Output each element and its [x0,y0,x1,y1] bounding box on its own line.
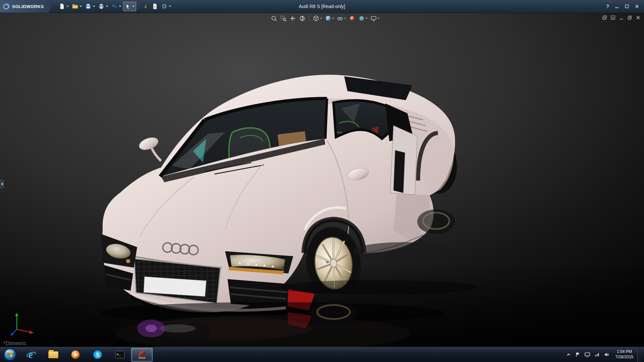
show-hidden-icons-button[interactable] [566,352,571,357]
close-icon [635,4,639,9]
open-button[interactable] [71,2,83,11]
coordinate-triad [9,310,36,338]
close-button[interactable] [635,4,639,9]
view-orientation-label: *Dimetric [3,340,26,347]
dropdown-arrow-icon[interactable] [332,18,334,19]
x-axis [17,329,31,332]
graphics-viewport[interactable]: *Dimetric [0,13,644,347]
zoom-to-area-icon [280,15,287,22]
network-icon[interactable] [594,352,600,357]
volume-icon[interactable] [604,352,609,357]
help-button[interactable]: ? [606,4,609,9]
rebuild-icon [142,3,149,10]
previous-view-button[interactable] [289,15,297,22]
window-controls: ? [606,4,644,9]
maximize-icon [625,4,629,9]
file-explorer-icon [48,351,58,358]
taskbar-command-prompt[interactable]: >_ [109,348,130,362]
clock-date: 7/28/2015 [615,355,633,360]
taskbar-solidworks-active[interactable]: 2015 [131,348,153,362]
minimize-button[interactable] [614,4,619,9]
file-properties-button[interactable] [151,2,159,11]
section-view-icon [299,15,306,22]
print-button[interactable] [97,2,109,11]
taskbar: e S >_ 2015 [0,347,644,362]
maximize-button[interactable] [625,4,629,9]
start-button[interactable] [0,347,20,362]
dropdown-arrow-icon[interactable] [132,6,135,7]
new-document-icon [59,3,65,10]
dropdown-arrow-icon[interactable] [378,18,380,19]
solidworks-logo-icon [3,2,10,10]
dropdown-arrow-icon[interactable] [169,6,171,7]
dropdown-arrow-icon[interactable] [320,18,322,19]
side-intake-slot [393,150,405,193]
options-button[interactable] [160,2,172,11]
internet-explorer-icon: e [26,350,36,360]
zoom-to-fit-icon [271,15,277,22]
select-cursor-icon [124,3,131,10]
taskbar-skype[interactable]: S [87,348,108,362]
taskbar-clock[interactable]: 1:54 PM 7/28/2015 [615,349,633,360]
hide-show-glasses-icon [337,15,343,22]
solidworks-version-badge: 2015 [139,357,145,360]
headsup-view-toolbar [270,15,380,22]
doc-close-icon[interactable] [636,15,641,20]
edit-appearance-button[interactable] [348,15,356,22]
taskbar-file-explorer[interactable] [43,348,64,362]
doc-minimize-icon[interactable] [619,15,624,20]
z-axis [12,329,17,334]
zoom-to-area-button[interactable] [279,15,287,22]
action-center-flag-icon[interactable] [575,352,580,357]
system-tray: 1:54 PM 7/28/2015 [566,347,644,362]
dropdown-arrow-icon[interactable] [79,6,82,7]
display-style-button[interactable] [324,15,335,22]
windows-start-orb-icon [4,348,16,361]
undo-button[interactable] [110,2,122,11]
chevron-left-icon [1,182,3,186]
undo-icon [111,3,118,10]
options-gear-icon [161,3,168,10]
hide-show-items-button[interactable] [336,15,347,22]
taskbar-media-player[interactable] [65,348,86,362]
dropdown-arrow-icon[interactable] [344,18,346,19]
dropdown-arrow-icon[interactable] [119,6,121,7]
toolbar-separator [139,3,139,10]
3d-viewport-scene[interactable] [0,13,644,347]
file-properties-icon [152,3,158,10]
doc-restore-icon[interactable] [627,15,632,20]
previous-view-icon [289,15,296,22]
dropdown-arrow-icon[interactable] [366,18,368,19]
tile-windows-icon[interactable] [610,15,615,20]
apply-scene-button[interactable] [358,15,368,22]
main-toolbar [58,0,172,13]
zoom-to-fit-button[interactable] [270,15,278,22]
save-icon [85,3,92,10]
view-settings-button[interactable] [370,15,380,22]
titlebar: SOLIDWORKS [0,0,644,13]
solidworks-brand: SOLIDWORKS [0,0,53,13]
feature-manager-collapse-handle[interactable] [0,179,4,189]
section-view-button[interactable] [298,15,306,22]
print-icon [98,3,105,10]
dropdown-arrow-icon[interactable] [66,6,69,7]
brand-text: SOLIDWORKS [12,4,44,9]
dropdown-arrow-icon[interactable] [106,6,108,7]
dropdown-arrow-icon[interactable] [93,6,95,7]
svg-text:S: S [96,352,100,358]
cascade-windows-icon[interactable] [602,15,607,20]
show-desktop-button[interactable] [637,347,641,362]
save-button[interactable] [84,2,96,11]
select-tool-button[interactable] [123,2,136,11]
display-settings-icon[interactable] [584,352,590,357]
toolbar-separator [309,15,309,21]
view-settings-icon [370,15,377,22]
document-window-controls [602,15,641,20]
view-orientation-button[interactable] [312,15,323,22]
clock-time: 1:54 PM [615,349,633,355]
command-prompt-icon: >_ [115,351,124,358]
new-document-button[interactable] [58,2,70,11]
media-player-icon [71,350,80,359]
rebuild-button[interactable] [141,2,150,11]
taskbar-internet-explorer[interactable]: e [20,348,42,362]
